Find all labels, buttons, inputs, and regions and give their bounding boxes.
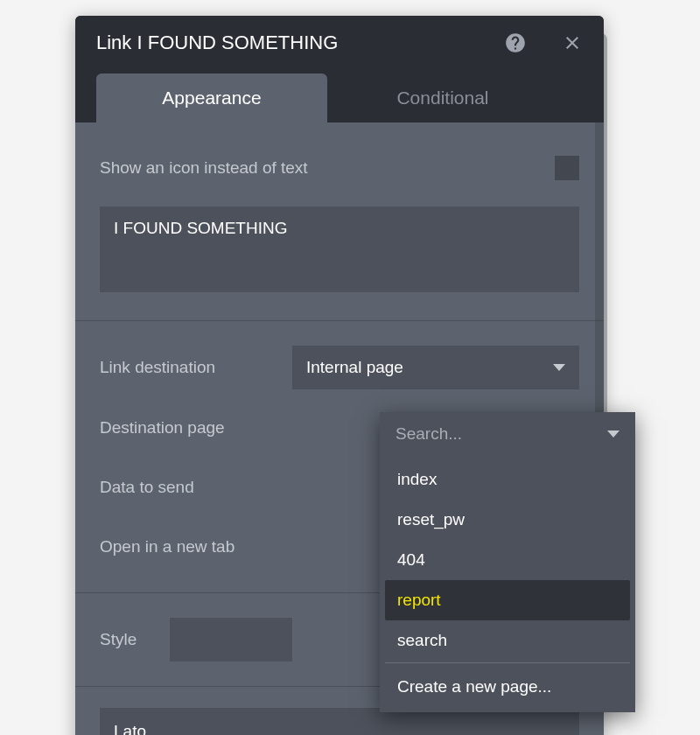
dropdown-item-reset-pw[interactable]: reset_pw [385, 500, 630, 540]
dropdown-item-report[interactable]: report [385, 580, 630, 620]
destination-page-label: Destination page [100, 418, 292, 438]
dropdown-item-index[interactable]: index [385, 459, 630, 500]
destination-page-dropdown: index reset_pw 404 report search Create … [380, 412, 635, 712]
dropdown-search-row [380, 412, 635, 456]
dropdown-item-404[interactable]: 404 [385, 540, 630, 580]
style-select[interactable] [170, 618, 292, 662]
panel-header: Link I FOUND SOMETHING Appearance Condit… [75, 16, 604, 122]
tab-conditional[interactable]: Conditional [327, 74, 558, 122]
link-destination-value: Internal page [306, 358, 403, 377]
dropdown-separator [385, 662, 630, 663]
icon-instead-checkbox[interactable] [555, 156, 579, 180]
help-icon[interactable] [504, 32, 527, 58]
dropdown-search-input[interactable] [396, 424, 575, 444]
close-icon[interactable] [562, 32, 583, 57]
chevron-down-icon [553, 364, 565, 371]
data-to-send-label: Data to send [100, 478, 292, 497]
open-new-tab-label: Open in a new tab [100, 537, 292, 556]
link-editor-panel: Link I FOUND SOMETHING Appearance Condit… [75, 16, 604, 735]
link-destination-select[interactable]: Internal page [292, 346, 579, 389]
link-text-input[interactable] [100, 206, 579, 292]
dropdown-create-new-page[interactable]: Create a new page... [385, 667, 630, 707]
tab-bar: Appearance Conditional [96, 74, 583, 122]
tab-appearance[interactable]: Appearance [96, 74, 327, 122]
link-destination-label: Link destination [100, 358, 292, 377]
dropdown-options: index reset_pw 404 report search Create … [380, 456, 635, 712]
dropdown-item-search[interactable]: search [385, 620, 630, 661]
font-value: Lato [114, 722, 146, 735]
icon-instead-label: Show an icon instead of text [100, 158, 555, 178]
chevron-down-icon[interactable] [607, 430, 620, 438]
style-label: Style [100, 630, 170, 649]
